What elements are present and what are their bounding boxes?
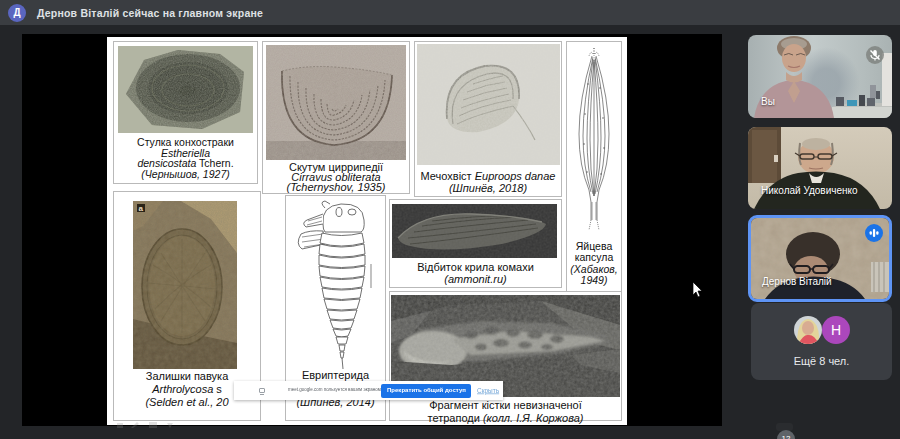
svg-text:a: a [139,204,144,213]
